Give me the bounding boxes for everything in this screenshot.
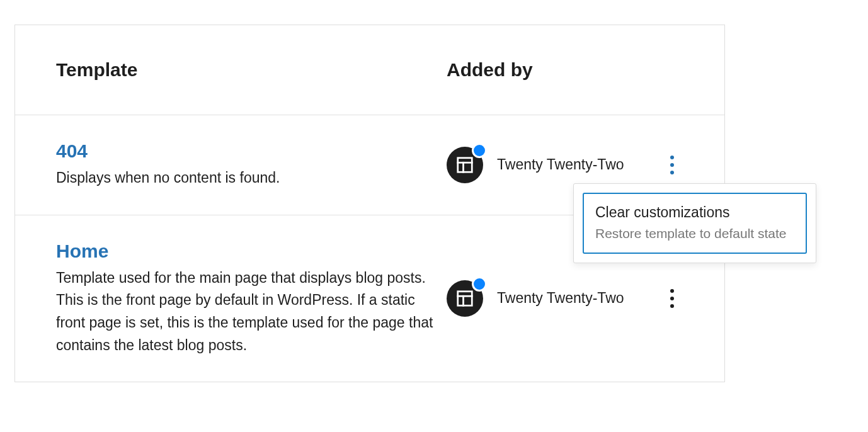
svg-rect-0 xyxy=(458,158,472,173)
header-template-col: Template xyxy=(56,59,447,81)
menuitem-description: Restore template to default state xyxy=(595,225,794,242)
kebab-icon xyxy=(670,156,674,174)
row-actions-button[interactable] xyxy=(661,286,683,311)
author-chip[interactable]: Twenty Twenty-Two xyxy=(447,280,624,317)
template-description: Displays when no content is found. xyxy=(56,167,447,190)
svg-rect-3 xyxy=(458,292,472,306)
header-addedby-col: Added by xyxy=(447,59,683,81)
author-name: Twenty Twenty-Two xyxy=(497,156,624,173)
clear-customizations-menuitem[interactable]: Clear customizations Restore template to… xyxy=(583,193,807,254)
row-actions-menu: Clear customizations Restore template to… xyxy=(573,183,816,263)
kebab-icon xyxy=(670,289,674,308)
table-header: Template Added by xyxy=(15,25,724,115)
customized-indicator-dot xyxy=(472,143,487,158)
author-chip[interactable]: Twenty Twenty-Two xyxy=(447,147,624,183)
template-title-link[interactable]: 404 xyxy=(56,140,447,162)
template-description: Template used for the main page that dis… xyxy=(56,267,447,357)
menuitem-title: Clear customizations xyxy=(595,204,794,221)
customized-indicator-dot xyxy=(472,276,487,292)
author-name: Twenty Twenty-Two xyxy=(497,290,624,307)
row-actions-button[interactable] xyxy=(661,152,683,178)
template-title-link[interactable]: Home xyxy=(56,241,447,262)
